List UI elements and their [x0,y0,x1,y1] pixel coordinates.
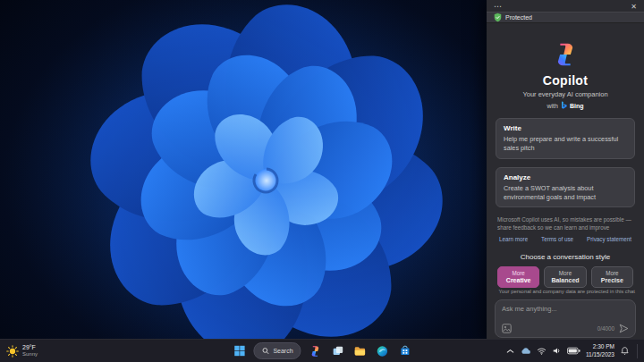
protected-badge: Protected [487,12,644,23]
show-desktop-button[interactable] [637,344,640,358]
taskbar: 29°F Sunny Search [0,339,644,362]
edge-browser-button[interactable] [375,343,391,359]
weather-condition: Sunny [22,351,38,358]
style-more-precise-button[interactable]: More Precise [591,266,633,288]
battery-icon[interactable] [567,347,580,355]
with-bing-row: with Bing [487,101,644,110]
onedrive-icon[interactable] [520,347,531,355]
store-icon [399,345,411,357]
taskbar-search-box[interactable]: Search [253,342,301,359]
terms-link[interactable]: Terms of use [541,236,573,242]
conversation-style-picker: More Creative More Balanced More Precise [497,266,633,288]
privacy-link[interactable]: Privacy statement [587,236,631,242]
copilot-icon [309,345,322,358]
edge-icon [377,345,389,358]
tray-chevron-up-icon[interactable] [506,349,514,354]
send-icon[interactable] [619,324,629,333]
tray-date: 11/15/2023 [586,351,614,358]
chat-input[interactable] [502,305,629,320]
wifi-icon[interactable] [537,346,547,356]
windows-logo-icon [233,345,245,357]
bing-label: Bing [570,103,584,109]
copilot-tagline: Your everyday AI companion [487,90,644,98]
search-label: Search [273,348,292,354]
sun-icon [6,345,19,358]
learn-more-link[interactable]: Learn more [499,236,528,242]
chat-composer[interactable]: 0/4000 [495,299,636,338]
copilot-taskbar-button[interactable] [308,343,324,359]
suggestion-card-analyze[interactable]: Analyze Create a SWOT analysis about env… [496,167,635,208]
shield-outline-icon [496,288,496,295]
volume-icon[interactable] [552,346,562,356]
microsoft-store-button[interactable] [397,343,413,359]
close-icon[interactable]: ✕ [631,3,637,11]
shield-check-icon [494,13,502,22]
style-more-balanced-button[interactable]: More Balanced [544,266,586,288]
card-title: Analyze [504,173,627,181]
weather-temperature: 29°F [22,344,38,352]
char-counter: 0/4000 [597,325,614,332]
system-tray: 2:30 PM 11/15/2023 [506,340,640,362]
with-label: with [547,103,557,109]
data-protection-note: Your personal and company data are prote… [496,288,635,295]
copilot-title: Copilot [487,73,644,88]
file-explorer-button[interactable] [352,343,369,359]
card-title: Write [504,124,627,132]
weather-widget[interactable]: 29°F Sunny [6,340,38,362]
file-explorer-icon [354,345,367,358]
copilot-logo-icon [552,41,579,68]
ai-disclaimer-text: Microsoft Copilot uses AI, so mistakes a… [497,216,633,232]
protected-label: Protected [505,14,532,21]
copilot-sidebar: ⋯ ✕ Protected Copilot Your everyday AI c… [487,0,644,340]
more-options-icon[interactable]: ⋯ [494,3,502,11]
conversation-style-heading: Choose a conversation style [487,253,644,261]
bing-icon [561,101,567,110]
add-image-icon[interactable] [502,324,512,333]
style-more-creative-button[interactable]: More Creative [497,266,539,288]
task-view-button[interactable] [330,343,346,359]
clock-widget[interactable]: 2:30 PM 11/15/2023 [586,343,614,358]
suggestion-card-write[interactable]: Write Help me prepare and write a succes… [496,118,635,159]
card-body: Help me prepare and write a successful s… [504,135,627,153]
notification-bell-icon[interactable] [620,346,630,356]
legal-links: Learn more Terms of use Privacy statemen… [499,236,631,242]
composer-toolbar: 0/4000 [502,324,629,333]
card-body: Create a SWOT analysis about environment… [504,184,627,202]
copilot-hero: Copilot Your everyday AI companion with … [487,41,644,110]
tray-time: 2:30 PM [586,343,614,350]
task-view-icon [332,345,343,357]
taskbar-center-icons: Search [231,340,412,362]
copilot-titlebar: ⋯ ✕ [487,0,644,12]
start-button[interactable] [231,343,247,359]
search-icon [261,347,269,355]
